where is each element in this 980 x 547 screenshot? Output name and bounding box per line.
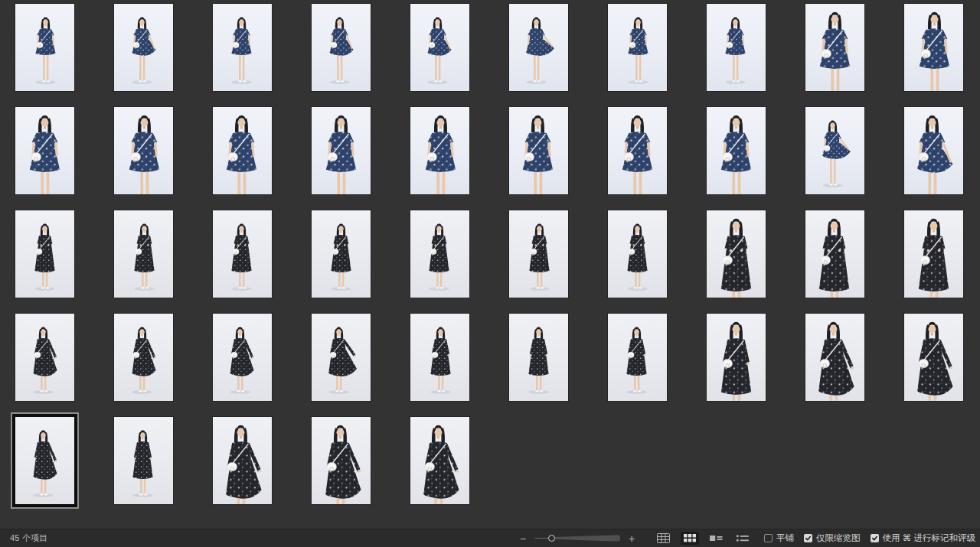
photo-thumbnail[interactable] — [410, 4, 469, 91]
photo-thumbnail[interactable] — [805, 314, 864, 401]
photo-thumbnail[interactable] — [410, 107, 469, 194]
photo-thumbnail[interactable] — [608, 4, 667, 91]
model-photo-image — [707, 107, 766, 194]
option-tile: 平铺 — [764, 532, 794, 544]
photo-thumbnail[interactable] — [312, 4, 371, 91]
model-photo-image — [410, 4, 469, 91]
photo-thumbnail[interactable] — [904, 4, 963, 91]
thumbnail-cell — [213, 210, 312, 314]
photo-thumbnail[interactable] — [805, 107, 864, 194]
photo-thumbnail[interactable] — [312, 210, 371, 298]
photo-thumbnail[interactable] — [213, 4, 272, 91]
photo-thumbnail[interactable] — [213, 210, 272, 298]
photo-thumbnail[interactable] — [608, 314, 667, 401]
photo-thumbnail[interactable] — [114, 314, 173, 401]
model-photo-image — [805, 210, 864, 298]
photo-thumbnail[interactable] — [15, 210, 74, 298]
photo-thumbnail[interactable] — [312, 314, 371, 401]
photo-thumbnail[interactable] — [410, 417, 469, 504]
model-photo-image — [509, 4, 568, 91]
thumbnail-cell — [509, 107, 608, 210]
view-options: 平铺仅限缩览图使用 ⌘ 进行标记和评级 — [764, 532, 975, 544]
photo-thumbnail[interactable] — [213, 417, 272, 504]
tile-label[interactable]: 平铺 — [776, 532, 794, 544]
model-photo-image — [312, 314, 371, 401]
photo-thumbnail[interactable] — [114, 210, 173, 298]
thumbnail-size-increase-button[interactable]: + — [626, 533, 637, 544]
thumbnail-cell — [904, 210, 980, 314]
model-photo-image — [114, 107, 173, 194]
photo-thumbnail[interactable] — [904, 210, 963, 298]
photo-thumbnail[interactable] — [509, 210, 568, 298]
thumbnail-cell — [410, 314, 509, 417]
model-photo-image — [312, 417, 371, 504]
model-photo-image — [15, 210, 74, 298]
view-mode-buttons — [654, 531, 752, 545]
model-photo-image — [213, 417, 272, 504]
cmd-rating-checkbox[interactable] — [871, 534, 879, 542]
slider-wedge-track[interactable] — [552, 535, 621, 542]
photo-thumbnail[interactable] — [509, 107, 568, 194]
photo-thumbnail[interactable] — [608, 107, 667, 194]
view-details-button[interactable] — [707, 532, 726, 545]
photo-thumbnail[interactable] — [410, 210, 469, 298]
thumbnail-cell — [410, 4, 509, 107]
status-bar: 45 个项目 − + 平铺仅限缩览图使用 ⌘ 进行标记和评级 — [0, 529, 980, 547]
photo-thumbnail[interactable] — [707, 210, 766, 298]
model-photo-image — [410, 107, 469, 194]
thumbnail-cell — [904, 4, 980, 107]
view-thumbnails-button[interactable] — [681, 532, 699, 545]
grid-lock-icon — [657, 533, 670, 543]
photo-thumbnail[interactable] — [509, 314, 568, 401]
model-photo-image — [509, 107, 568, 194]
photo-thumbnail[interactable] — [410, 314, 469, 401]
thumbnails-icon — [684, 534, 696, 542]
thumbnail-cell — [904, 107, 980, 210]
thumbnail-cell — [312, 210, 410, 314]
thumbnail-cell — [213, 314, 312, 417]
photo-thumbnail-selected[interactable] — [15, 417, 74, 504]
slider-knob[interactable] — [548, 535, 555, 542]
photo-thumbnail[interactable] — [707, 4, 766, 91]
view-list-button[interactable] — [733, 532, 752, 545]
photo-thumbnail[interactable] — [707, 107, 766, 194]
model-photo-image — [904, 107, 963, 194]
photo-thumbnail[interactable] — [707, 314, 766, 401]
photo-thumbnail[interactable] — [114, 417, 173, 504]
thumbnail-cell — [805, 107, 904, 210]
model-photo-image — [15, 107, 74, 194]
thumbnail-size-decrease-button[interactable]: − — [518, 533, 528, 544]
photo-thumbnail[interactable] — [805, 210, 864, 298]
view-grid-lock-button[interactable] — [654, 531, 673, 545]
photo-thumbnail[interactable] — [213, 314, 272, 401]
photo-thumbnail[interactable] — [904, 314, 963, 401]
photo-thumbnail[interactable] — [608, 210, 667, 298]
photo-thumbnail[interactable] — [114, 107, 173, 194]
cmd-rating-label[interactable]: 使用 ⌘ 进行标记和评级 — [883, 532, 975, 544]
photo-thumbnail[interactable] — [312, 417, 371, 504]
model-photo-image — [805, 314, 864, 401]
model-photo-image — [707, 314, 766, 401]
thumbnails-only-label[interactable]: 仅限缩览图 — [816, 532, 861, 544]
model-photo-image — [805, 4, 864, 91]
photo-thumbnail[interactable] — [15, 107, 74, 194]
thumbnail-cell — [805, 4, 904, 107]
photo-thumbnail[interactable] — [312, 107, 371, 194]
photo-thumbnail[interactable] — [15, 4, 74, 91]
model-photo-image — [707, 4, 766, 91]
model-photo-image — [312, 107, 371, 194]
thumbnail-cell — [707, 4, 805, 107]
photo-thumbnail[interactable] — [15, 314, 74, 401]
photo-thumbnail[interactable] — [509, 4, 568, 91]
photo-thumbnail[interactable] — [904, 107, 963, 194]
photo-browser-window: 45 个项目 − + 平铺仅限缩览图使用 ⌘ 进行标记和评级 — [0, 0, 980, 547]
model-photo-image — [410, 314, 469, 401]
thumbnail-cell — [410, 210, 509, 314]
photo-thumbnail[interactable] — [213, 107, 272, 194]
thumbnail-size-slider[interactable] — [534, 533, 620, 543]
tile-checkbox[interactable] — [764, 534, 773, 542]
photo-thumbnail[interactable] — [805, 4, 864, 91]
photo-thumbnail[interactable] — [114, 4, 173, 91]
thumbnail-cell — [904, 314, 980, 417]
thumbnails-only-checkbox[interactable] — [804, 534, 812, 542]
